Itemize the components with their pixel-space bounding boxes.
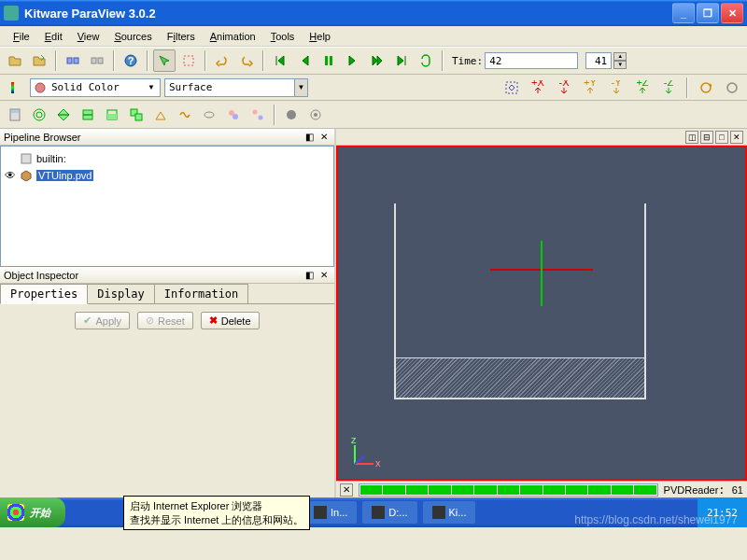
axis-minusz-button[interactable]: -Z [657, 77, 680, 99]
help-button[interactable]: ? [120, 49, 142, 72]
rubber-band-button[interactable] [177, 49, 200, 72]
maximize-button[interactable]: ❐ [697, 3, 719, 23]
color-by-combo[interactable]: Solid Color ▼ [30, 78, 161, 97]
extra1-button[interactable] [280, 104, 303, 126]
pipeline-item-builtin[interactable]: builtin: [5, 150, 330, 167]
main-area: Pipeline Browser ◧ ✕ builtin: 👁 VTUinp.p… [0, 129, 747, 497]
menu-file[interactable]: File [6, 29, 37, 44]
menu-help[interactable]: Help [302, 29, 338, 44]
stream-button[interactable] [174, 104, 196, 126]
undock-button[interactable]: ◧ [303, 131, 316, 144]
svg-text:?: ? [128, 55, 134, 66]
separator [147, 50, 148, 71]
save-button[interactable] [28, 49, 50, 72]
menu-view[interactable]: View [70, 29, 107, 44]
svg-rect-2 [92, 58, 96, 63]
group-button[interactable] [222, 104, 245, 126]
open-button[interactable] [4, 49, 26, 72]
pipeline-header: Pipeline Browser ◧ ✕ [0, 129, 334, 146]
extract-button[interactable] [125, 104, 148, 126]
start-button[interactable]: 开始 [0, 497, 65, 527]
axis-plusy-button[interactable]: +Y [579, 77, 601, 99]
vcr-prev-button[interactable] [293, 49, 316, 72]
svg-point-31 [233, 114, 238, 119]
inspector-title: Object Inspector [4, 270, 301, 281]
main-toolbar: ? Time: ▲▼ [0, 47, 747, 75]
representation-text[interactable] [164, 78, 295, 97]
undock-button[interactable]: ◧ [303, 269, 316, 282]
clip-button[interactable] [52, 104, 75, 126]
svg-rect-28 [135, 114, 142, 120]
connect-button[interactable] [62, 49, 84, 72]
menu-tools[interactable]: Tools [263, 29, 303, 44]
menu-edit[interactable]: Edit [37, 29, 70, 44]
rotate-button[interactable] [695, 77, 717, 99]
panel-close-button[interactable]: ✕ [317, 131, 331, 144]
axis-plusx-button[interactable]: +X [527, 77, 549, 99]
disconnect-button[interactable] [86, 49, 108, 72]
extra2-button[interactable] [304, 104, 327, 126]
axis-plusz-button[interactable]: +Z [631, 77, 654, 99]
separator [55, 50, 57, 71]
delete-button[interactable]: ✖ Delete [201, 312, 260, 329]
rotate2-button[interactable] [721, 77, 743, 99]
redo-button[interactable] [235, 49, 258, 72]
time-spinner[interactable]: ▲▼ [613, 52, 627, 69]
pipeline-title: Pipeline Browser [4, 132, 301, 143]
menu-filters[interactable]: Filters [160, 29, 203, 44]
cancel-progress-button[interactable]: ✕ [340, 483, 353, 497]
menu-animation[interactable]: Animation [203, 29, 263, 44]
calculator-button[interactable] [4, 104, 26, 126]
close-view-button[interactable]: ✕ [730, 131, 743, 144]
svg-point-29 [204, 112, 214, 118]
svg-text:-X: -X [559, 80, 571, 88]
time-frame-input[interactable] [585, 52, 612, 69]
vcr-play-button[interactable] [317, 49, 340, 72]
taskbar-task[interactable]: Ki... [423, 501, 476, 524]
glyph-button[interactable] [149, 104, 172, 126]
warp-button[interactable] [198, 104, 220, 126]
tab-display[interactable]: Display [87, 284, 155, 303]
render-view[interactable]: xz [336, 146, 747, 481]
pipeline-browser[interactable]: builtin: 👁 VTUinp.pvd [0, 146, 334, 267]
separator [686, 77, 688, 98]
svg-rect-9 [11, 82, 14, 93]
pipeline-item-vtuinp[interactable]: 👁 VTUinp.pvd [5, 167, 330, 184]
time-value-input[interactable] [485, 52, 578, 69]
taskbar-task[interactable]: D:... [362, 501, 416, 524]
apply-button[interactable]: ✔ Apply [75, 312, 130, 329]
visibility-icon[interactable]: 👁 [5, 169, 16, 182]
threshold-button[interactable] [101, 104, 123, 126]
taskbar-task[interactable]: In... [304, 501, 357, 524]
split-h-button[interactable]: ◫ [685, 131, 698, 144]
vcr-loop-button[interactable] [415, 49, 437, 72]
maximize-view-button[interactable]: □ [715, 131, 728, 144]
reset-button[interactable]: ⊘ Reset [137, 312, 193, 329]
svg-rect-8 [330, 56, 332, 65]
vcr-next-button[interactable] [342, 49, 364, 72]
vcr-first-button[interactable] [269, 49, 291, 72]
progress-label: PVDReader: 61 [664, 483, 743, 497]
close-button[interactable]: ✕ [721, 3, 743, 23]
panel-close-button[interactable]: ✕ [317, 269, 331, 282]
svg-point-18 [701, 83, 711, 92]
ungroup-button[interactable] [247, 104, 269, 126]
separator [113, 50, 115, 71]
color-legend-button[interactable] [4, 77, 26, 99]
contour-button[interactable] [28, 104, 50, 126]
axis-minusy-button[interactable]: -Y [605, 77, 627, 99]
select-mode-button[interactable] [153, 49, 176, 72]
menu-sources[interactable]: Sources [106, 29, 159, 44]
reset-camera-button[interactable] [500, 77, 523, 99]
undo-button[interactable] [211, 49, 233, 72]
slice-button[interactable] [77, 104, 99, 126]
axis-minusx-button[interactable]: -X [553, 77, 575, 99]
split-v-button[interactable]: ⊟ [700, 131, 713, 144]
vcr-fwd-button[interactable] [366, 49, 388, 72]
svg-rect-6 [184, 56, 193, 65]
tab-properties[interactable]: Properties [0, 284, 88, 304]
representation-combo[interactable]: ▼ [164, 78, 308, 97]
vcr-last-button[interactable] [390, 49, 413, 72]
minimize-button[interactable]: _ [672, 3, 695, 23]
tab-information[interactable]: Information [154, 284, 248, 303]
